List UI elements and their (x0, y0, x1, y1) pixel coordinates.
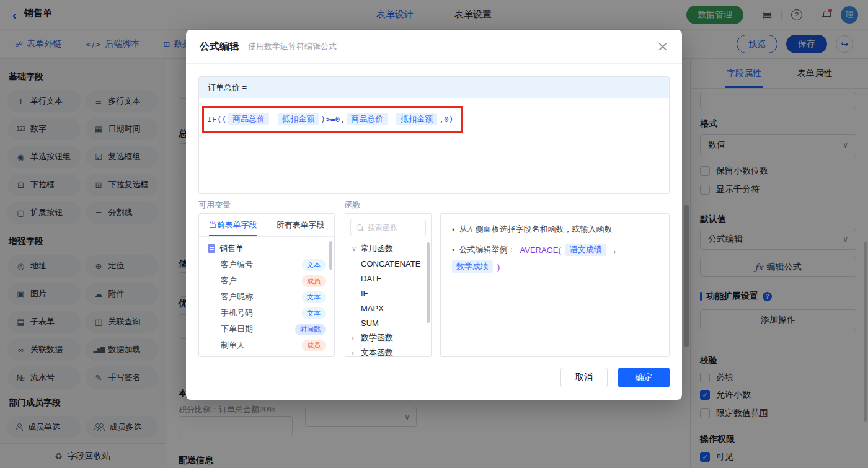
formula-target: 订单总价 = (199, 77, 669, 98)
function-item[interactable]: SUM (345, 316, 431, 330)
example-function-name: AVERAGE( (520, 245, 561, 255)
field-chip[interactable]: 抵扣金额 (278, 113, 319, 125)
formula-expression: IF(( 商品总价 - 抵扣金额 )>=0, 商品总价 - 抵扣金额 ,0) (207, 113, 454, 125)
variable-row[interactable]: 客户 成员 (199, 273, 334, 289)
bullet: • (452, 225, 455, 234)
functions-scrollbar[interactable] (427, 242, 430, 323)
formula-tips-panel: • 从左侧面板选择字段名和函数，或输入函数 • 公式编辑举例： AVERAGE(… (440, 213, 670, 357)
functions-label: 函数 (345, 200, 361, 211)
tip-line: • 从左侧面板选择字段名和函数，或输入函数 (452, 224, 658, 235)
tab-all-form-fields[interactable]: 所有表单字段 (267, 214, 334, 236)
variable-row[interactable]: 客户昵称 文本 (199, 289, 334, 305)
formula-text: ,0) (439, 115, 453, 124)
cancel-button[interactable]: 取消 (560, 368, 608, 387)
type-badge: 成员 (302, 340, 326, 351)
formula-text: IF(( (207, 115, 226, 124)
example-comma: ， (611, 244, 619, 255)
formula-text: )>=0, (321, 115, 345, 124)
chevron-right-icon: › (352, 349, 358, 357)
function-item[interactable]: MAPX (345, 301, 431, 316)
functions-tree: ∨ 常用函数 CONCATENATE DATE IF MAPX SUM › 数学… (345, 241, 431, 357)
variables-tabs: 当前表单字段 所有表单字段 (199, 214, 334, 237)
field-chip[interactable]: 商品总价 (347, 113, 388, 125)
type-badge: 文本 (302, 307, 326, 319)
field-chip: 语文成绩 (565, 244, 606, 256)
field-chip: 数学成绩 (452, 260, 493, 273)
formula-input-area[interactable]: IF(( 商品总价 - 抵扣金额 )>=0, 商品总价 - 抵扣金额 ,0) (199, 98, 669, 193)
example-close-paren: ) (497, 262, 500, 272)
function-group-common[interactable]: ∨ 常用函数 (345, 241, 431, 256)
chevron-right-icon: › (352, 334, 358, 342)
modal-header: 公式编辑 使用数学运算符编辑公式 × (186, 30, 682, 64)
modal-subtitle: 使用数学运算符编辑公式 (248, 41, 337, 52)
search-placeholder: 搜索函数 (368, 223, 397, 233)
variables-label: 可用变量 (198, 200, 231, 211)
confirm-button[interactable]: 确定 (618, 368, 670, 387)
modal-title: 公式编辑 (200, 40, 239, 53)
formula-editor-modal: 公式编辑 使用数学运算符编辑公式 × 订单总价 = IF(( 商品总价 - 抵扣… (186, 30, 682, 400)
formula-operator: - (271, 115, 276, 124)
variables-panel: 当前表单字段 所有表单字段 销售单 客户编号 文本 客户 成员 客户昵称 (198, 213, 335, 357)
document-icon (208, 244, 215, 253)
function-item[interactable]: CONCATENATE (345, 256, 431, 271)
search-icon (356, 224, 364, 232)
variables-scrollbar[interactable] (329, 241, 332, 270)
type-badge: 时间戳 (295, 324, 326, 335)
formula-editor-box: 订单总价 = IF(( 商品总价 - 抵扣金额 )>=0, 商品总价 - 抵扣金… (198, 76, 670, 194)
field-chip[interactable]: 商品总价 (228, 113, 269, 125)
type-badge: 文本 (302, 259, 326, 271)
variable-row[interactable]: 制单人 成员 (199, 337, 334, 353)
variable-row[interactable]: 下单日期 时间戳 (199, 321, 334, 337)
modal-footer: 取消 确定 (560, 368, 670, 387)
variables-tree: 销售单 客户编号 文本 客户 成员 客户昵称 文本 手机号码 文本 (199, 237, 334, 357)
function-item[interactable]: DATE (345, 271, 431, 286)
type-badge: 成员 (302, 275, 326, 287)
function-search-input[interactable]: 搜索函数 (350, 219, 426, 236)
form-designer-app: ‹ 销售单 表单设计 表单设置 数据管理 ▤ ? 理 ☍表单外链 </>后端脚本… (0, 0, 868, 468)
function-group-text[interactable]: › 文本函数 (345, 345, 431, 357)
bullet: • (452, 245, 455, 255)
field-chip[interactable]: 抵扣金额 (396, 113, 437, 125)
formula-operator: - (389, 115, 394, 124)
variable-row[interactable]: 客户编号 文本 (199, 257, 334, 273)
variable-row[interactable]: 手机号码 文本 (199, 305, 334, 321)
tab-current-form-fields[interactable]: 当前表单字段 (199, 214, 267, 236)
close-icon[interactable]: × (657, 40, 668, 53)
functions-panel: 搜索函数 ∨ 常用函数 CONCATENATE DATE IF MAPX SUM… (345, 213, 432, 357)
chevron-down-icon: ∨ (352, 245, 358, 253)
tip-example-line: • 公式编辑举例： AVERAGE( 语文成绩 ， 数学成绩 ) (452, 244, 658, 273)
function-item[interactable]: IF (345, 286, 431, 301)
function-group-math[interactable]: › 数学函数 (345, 330, 431, 345)
type-badge: 文本 (302, 291, 326, 303)
tree-root-form[interactable]: 销售单 (199, 241, 334, 257)
